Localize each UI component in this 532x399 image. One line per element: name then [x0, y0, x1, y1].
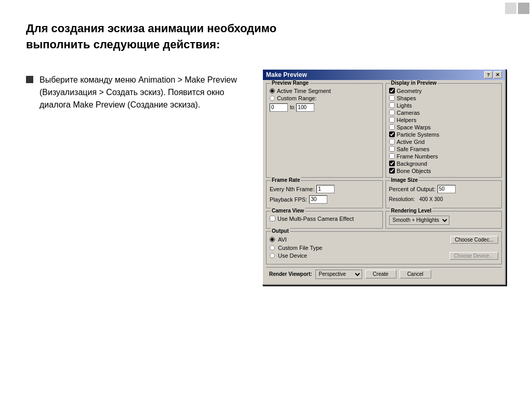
label-particle-systems: Particle Systems — [397, 131, 440, 138]
custom-file-radio[interactable] — [270, 245, 275, 250]
avi-radio[interactable] — [270, 237, 275, 242]
viewport-select[interactable]: Perspective Front Top Left Right Bottom … — [315, 270, 362, 279]
active-time-label: Active Time Segment — [277, 88, 331, 94]
check-lights: Lights — [389, 102, 499, 109]
output-content: AVI Choose Codec... Custom File Type Use… — [270, 236, 498, 260]
rendering-level-select[interactable]: Smooth + Highlights Smooth Facets + High… — [389, 216, 449, 225]
checkbox-safe-frames[interactable] — [389, 146, 395, 152]
rendering-level-group: Rendering Level Smooth + Highlights Smoo… — [385, 211, 502, 229]
output-label: Output — [271, 228, 290, 234]
check-frame-numbers: Frame Numbers — [389, 153, 499, 159]
label-helpers: Helpers — [397, 117, 417, 123]
display-in-preview-content: Geometry Shapes Lights — [389, 88, 499, 174]
playback-fps-row: Playback FPS: — [270, 195, 379, 204]
custom-file-label: Custom File Type — [278, 245, 322, 251]
percent-label: Percent of Output: — [389, 186, 435, 192]
dialog-title: Make Preview — [266, 71, 307, 78]
output-group: Output AVI Choose Codec... Custom File T… — [266, 231, 502, 264]
range-spinbox-row: to — [270, 103, 379, 112]
playback-fps-input[interactable] — [309, 195, 327, 204]
titlebar-buttons: ? ✕ — [484, 71, 502, 78]
choose-codec-button[interactable]: Choose Codec... — [450, 236, 499, 244]
image-size-label: Image Size — [390, 177, 419, 183]
checkbox-background[interactable] — [389, 161, 395, 166]
avi-row: AVI Choose Codec... — [270, 236, 498, 244]
top-row: Preview Range Active Time Segment Custom… — [266, 83, 502, 178]
camera-view-label: Camera View — [271, 208, 305, 214]
range-to-input[interactable] — [296, 103, 314, 112]
label-space-warps: Space Warps — [397, 124, 431, 130]
cancel-button[interactable]: Cancel — [400, 270, 431, 278]
label-safe-frames: Safe Frames — [397, 146, 430, 152]
range-to-label: to — [290, 104, 294, 110]
text-section: Выберите команду меню Animation > Make P… — [26, 69, 241, 111]
bullet-icon — [26, 76, 33, 83]
resolution-label: Resolution: — [389, 196, 415, 202]
active-time-radio[interactable] — [270, 88, 275, 94]
use-device-label: Use Device — [278, 252, 307, 259]
checkbox-active-grid[interactable] — [389, 139, 395, 144]
rendering-select-row: Smooth + Highlights Smooth Facets + High… — [389, 216, 499, 225]
heading-line2: выполнить следующие действия: — [26, 38, 220, 51]
frame-rate-label: Frame Rate — [271, 177, 301, 183]
close-button[interactable]: ✕ — [494, 71, 502, 78]
label-shapes: Shapes — [397, 95, 416, 101]
checkbox-particle-systems[interactable] — [389, 131, 395, 137]
percent-row: Percent of Output: — [389, 185, 499, 193]
multi-pass-checkbox[interactable] — [270, 216, 275, 221]
checkbox-cameras[interactable] — [389, 110, 395, 115]
every-nth-row: Every Nth Frame: — [270, 185, 379, 193]
custom-range-radio-row: Custom Range: — [270, 95, 379, 101]
preview-range-label: Preview Range — [271, 80, 310, 86]
avi-label: AVI — [278, 236, 287, 243]
multi-pass-label: Use Multi-Pass Camera Effect — [277, 216, 354, 222]
camera-view-content: Use Multi-Pass Camera Effect — [270, 216, 379, 222]
custom-range-label: Custom Range: — [277, 95, 316, 101]
checkbox-space-warps[interactable] — [389, 124, 395, 130]
label-background: Background — [397, 161, 428, 167]
checkbox-helpers[interactable] — [389, 117, 395, 123]
every-nth-label: Every Nth Frame: — [270, 186, 314, 192]
checkbox-bone-objects[interactable] — [389, 168, 395, 174]
choose-device-button: Choose Device... — [449, 252, 498, 260]
content-row: Выберите команду меню Animation > Make P… — [26, 69, 506, 285]
image-size-group: Image Size Percent of Output: Resolution… — [385, 180, 502, 208]
rendering-level-content: Smooth + Highlights Smooth Facets + High… — [389, 216, 499, 225]
resolution-value: 400 X 300 — [419, 196, 443, 202]
camera-view-group: Camera View Use Multi-Pass Camera Effect — [266, 211, 383, 229]
playback-fps-label: Playback FPS: — [270, 196, 307, 203]
check-helpers: Helpers — [389, 117, 499, 123]
label-lights: Lights — [397, 102, 412, 109]
label-geometry: Geometry — [397, 88, 422, 94]
use-device-radio[interactable] — [270, 253, 275, 258]
label-frame-numbers: Frame Numbers — [397, 153, 438, 159]
render-viewport-label: Render Viewport: — [269, 271, 312, 277]
label-cameras: Cameras — [397, 110, 420, 116]
bullet-text: Выберите команду меню Animation > Make P… — [39, 74, 241, 111]
page-heading: Для создания эскиза анимации необходимо … — [26, 21, 506, 53]
custom-file-row: Custom File Type — [270, 245, 498, 251]
checkbox-frame-numbers[interactable] — [389, 153, 395, 159]
percent-input[interactable] — [437, 185, 456, 193]
checkbox-lights[interactable] — [389, 102, 395, 108]
preview-range-content: Active Time Segment Custom Range: to — [270, 88, 379, 112]
bullet-item: Выберите команду меню Animation > Make P… — [26, 74, 241, 111]
check-particle-systems: Particle Systems — [389, 131, 499, 138]
resolution-row: Resolution: 400 X 300 — [389, 196, 499, 202]
dialog-footer: Render Viewport: Perspective Front Top L… — [266, 267, 502, 281]
display-in-preview-group: Display in Preview Geometry Shapes — [385, 83, 502, 178]
every-nth-input[interactable] — [316, 185, 335, 193]
check-active-grid: Active Grid — [389, 139, 499, 145]
create-button[interactable]: Create — [365, 270, 396, 278]
display-in-preview-label: Display in Preview — [390, 80, 438, 86]
mid-row: Frame Rate Every Nth Frame: Playback FPS… — [266, 180, 502, 208]
checkbox-shapes[interactable] — [389, 95, 395, 101]
checkbox-geometry[interactable] — [389, 88, 395, 94]
help-button[interactable]: ? — [484, 71, 493, 78]
corner-decoration — [501, 0, 532, 31]
check-cameras: Cameras — [389, 110, 499, 116]
camera-rendering-row: Camera View Use Multi-Pass Camera Effect… — [266, 211, 502, 229]
custom-range-radio[interactable] — [270, 96, 275, 101]
check-bone-objects: Bone Objects — [389, 168, 499, 174]
range-from-input[interactable] — [270, 103, 288, 112]
